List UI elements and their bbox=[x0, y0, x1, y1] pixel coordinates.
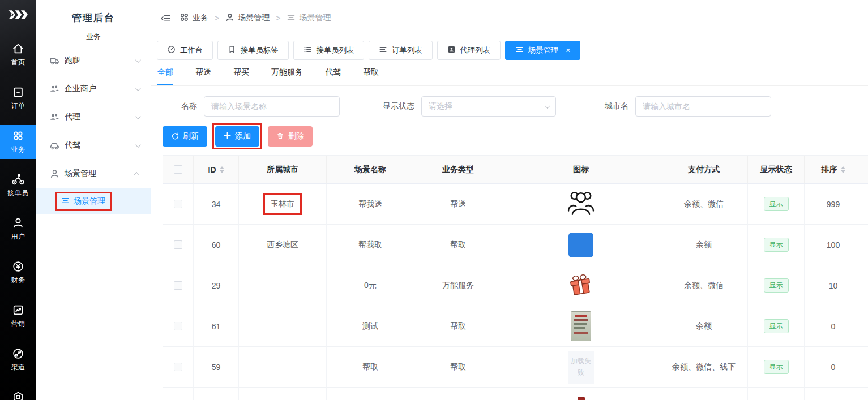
id-card-icon bbox=[447, 45, 456, 55]
cell-type: 万能服务 bbox=[414, 265, 502, 306]
subtab-all[interactable]: 全部 bbox=[157, 67, 173, 85]
cell-sort: 100 bbox=[805, 225, 862, 265]
scene-name-input[interactable] bbox=[204, 96, 340, 117]
column-header-icon: 图标 bbox=[573, 165, 589, 175]
rail-item-finance[interactable]: 财务 bbox=[0, 256, 36, 290]
select-all-checkbox[interactable] bbox=[174, 165, 182, 174]
table-row: 60 西乡塘区 帮我取 帮取 余额 显示 100 bbox=[163, 225, 868, 265]
cell-sort: 0 bbox=[805, 306, 862, 347]
tab-label: 工作台 bbox=[180, 45, 203, 55]
sidebar-item-merchants[interactable]: 企业商户 bbox=[36, 75, 151, 103]
delete-label: 删除 bbox=[288, 131, 304, 141]
sidebar-item-label: 代驾 bbox=[65, 140, 135, 150]
refresh-button[interactable]: 刷新 bbox=[163, 126, 207, 147]
column-header-type: 业务类型 bbox=[442, 165, 474, 175]
rail-item-marketing[interactable]: 营销 bbox=[0, 299, 36, 333]
status-badge: 显示 bbox=[764, 319, 789, 333]
subtab-pickup[interactable]: 帮取 bbox=[363, 67, 379, 85]
subtab-buy[interactable]: 帮买 bbox=[233, 67, 249, 85]
sidebar-title: 管理后台 bbox=[36, 11, 151, 24]
rail-item-users[interactable]: 用户 bbox=[0, 212, 36, 246]
list-dots-icon bbox=[303, 45, 312, 55]
rail-item-channels[interactable]: 渠道 bbox=[0, 343, 36, 377]
tab-workbench[interactable]: 工作台 bbox=[157, 41, 213, 60]
column-header-pay: 支付方式 bbox=[688, 165, 720, 175]
sidebar-menu: 跑腿 企业商户 代理 代驾 场景管理 bbox=[36, 46, 151, 214]
cell-type: 帮送 bbox=[414, 184, 502, 225]
sidebar-item-errands[interactable]: 跑腿 bbox=[36, 46, 151, 75]
breadcrumb-item-scene-management[interactable]: 场景管理 bbox=[225, 13, 270, 24]
rail-item-settings[interactable]: 设置 bbox=[0, 386, 36, 400]
plus-icon bbox=[224, 132, 231, 141]
bookmark-icon bbox=[228, 45, 236, 55]
chevron-down-icon bbox=[135, 85, 141, 91]
breadcrumb-item-current: 场景管理 bbox=[287, 13, 331, 24]
delete-button[interactable]: 删除 bbox=[268, 126, 313, 147]
cell-city: 玉林市 bbox=[271, 199, 294, 208]
chevron-down-icon bbox=[135, 57, 141, 63]
tab-courier-list[interactable]: 接单员列表 bbox=[293, 41, 365, 60]
rail-item-business[interactable]: 业务 bbox=[0, 125, 36, 159]
column-header-sort: 排序 bbox=[822, 165, 837, 175]
sidebar-item-driving[interactable]: 代驾 bbox=[36, 131, 151, 160]
sort-icon[interactable] bbox=[841, 166, 845, 173]
sidebar-subitem-label: 场景管理 bbox=[74, 196, 105, 207]
tab-label: 接单员标签 bbox=[241, 45, 279, 55]
scenes-table: ID 所属城市 场景名称 业务类型 图标 支付方式 显示状态 排序 34 玉林市… bbox=[163, 155, 868, 400]
row-checkbox[interactable] bbox=[174, 240, 182, 249]
sort-icon[interactable] bbox=[220, 166, 224, 173]
app-logo[interactable] bbox=[8, 8, 28, 23]
sidebar-item-label: 跑腿 bbox=[65, 55, 135, 66]
rail-item-label: 用户 bbox=[11, 232, 25, 242]
status-badge: 显示 bbox=[764, 360, 789, 374]
cell-city: 西乡塘区 bbox=[239, 225, 327, 265]
row-checkbox[interactable] bbox=[174, 322, 182, 330]
cell-sort: 10 bbox=[805, 265, 862, 306]
tab-courier-tags[interactable]: 接单员标签 bbox=[217, 41, 289, 60]
close-tab-icon[interactable]: × bbox=[566, 46, 570, 54]
row-checkbox[interactable] bbox=[174, 200, 182, 208]
table-row: 59 帮取 帮取 加载失败 余额、微信、线下 显示 0 bbox=[163, 347, 868, 388]
order-icon bbox=[12, 86, 24, 98]
trash-icon bbox=[276, 132, 284, 141]
gift-icon bbox=[566, 270, 596, 300]
tab-order-list[interactable]: 订单列表 bbox=[369, 41, 432, 60]
breadcrumb: 业务 > 场景管理 > 场景管理 bbox=[179, 12, 331, 24]
rail-item-orders[interactable]: 订单 bbox=[0, 81, 36, 115]
person-icon bbox=[225, 13, 234, 24]
cell-pay: 余额 bbox=[660, 306, 748, 347]
cell-type: 帮取 bbox=[414, 347, 502, 388]
collapse-sidebar-icon[interactable] bbox=[160, 13, 171, 24]
status-badge: 显示 bbox=[764, 238, 789, 252]
rail-item-label: 营销 bbox=[11, 319, 25, 329]
breadcrumb-label: 场景管理 bbox=[299, 13, 331, 23]
subtab-driving[interactable]: 代驾 bbox=[325, 67, 341, 85]
top-bar: 业务 > 场景管理 > 场景管理 bbox=[151, 0, 868, 36]
blue-square-icon bbox=[568, 233, 593, 257]
main-content: 业务 > 场景管理 > 场景管理 工作台 接单员 bbox=[151, 0, 868, 400]
display-status-select[interactable]: 请选择 bbox=[421, 96, 556, 117]
rail-item-home[interactable]: 首页 bbox=[0, 38, 36, 72]
tab-agent-list[interactable]: 代理列表 bbox=[437, 41, 501, 60]
rail-item-couriers[interactable]: 接单员 bbox=[0, 169, 36, 203]
city-name-input[interactable] bbox=[635, 96, 771, 117]
list-lines-icon bbox=[287, 13, 296, 24]
column-header-name: 场景名称 bbox=[354, 165, 386, 175]
cell-city bbox=[239, 265, 327, 306]
row-checkbox[interactable] bbox=[174, 281, 182, 290]
sidebar-subitem-scene-management[interactable]: 场景管理 bbox=[36, 188, 151, 214]
tab-scene-management[interactable]: 场景管理 × bbox=[505, 41, 581, 60]
dashboard-icon bbox=[167, 45, 176, 55]
home-icon bbox=[12, 42, 24, 55]
cell-name: 帮我送 bbox=[327, 184, 414, 225]
subtab-deliver[interactable]: 帮送 bbox=[195, 67, 211, 85]
sidebar-item-scene-management[interactable]: 场景管理 bbox=[36, 160, 151, 188]
add-button[interactable]: 添加 bbox=[215, 126, 259, 147]
row-checkbox[interactable] bbox=[174, 363, 182, 371]
breadcrumb-item-business[interactable]: 业务 bbox=[179, 12, 208, 24]
subtab-universal[interactable]: 万能服务 bbox=[271, 67, 303, 85]
scene-type-subtabs: 全部 帮送 帮买 万能服务 代驾 帮取 bbox=[151, 60, 868, 86]
sidebar-item-agents[interactable]: 代理 bbox=[36, 103, 151, 131]
grid-icon bbox=[179, 12, 189, 24]
load-failed-placeholder: 加载失败 bbox=[568, 351, 594, 384]
